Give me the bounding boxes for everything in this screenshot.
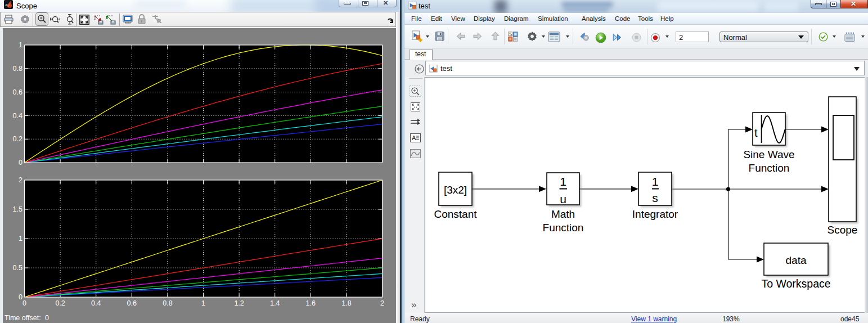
svg-text:Math: Math (551, 208, 575, 220)
svg-text:Constant: Constant (434, 208, 477, 220)
svg-text:s: s (652, 191, 658, 204)
svg-text:1: 1 (652, 175, 659, 188)
svg-text:u: u (560, 192, 566, 205)
svg-text:t: t (754, 127, 758, 139)
svg-text:[3x2]: [3x2] (444, 184, 467, 196)
svg-text:Function: Function (543, 222, 584, 234)
svg-text:Sine Wave: Sine Wave (743, 149, 794, 160)
svg-text:Scope: Scope (827, 224, 858, 236)
svg-text:Function: Function (749, 162, 790, 174)
svg-text:Integrator: Integrator (632, 208, 678, 220)
svg-text:data: data (786, 254, 807, 266)
svg-text:1: 1 (560, 175, 566, 188)
svg-text:To Workspace: To Workspace (761, 277, 830, 290)
